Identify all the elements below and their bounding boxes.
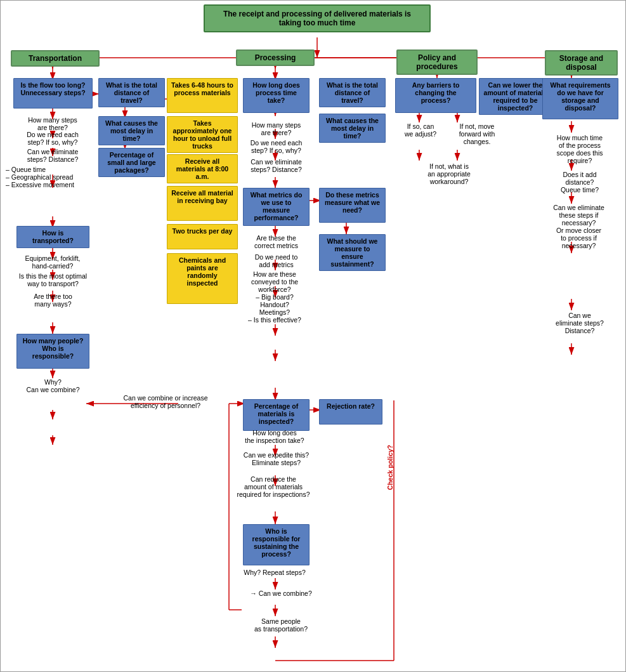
text-how-many-steps: How many stepsare there? [15, 116, 91, 131]
box-percentage-packages: Percentage of small and large packages? [98, 148, 165, 177]
text-too-many: Are there toomany ways? [13, 293, 93, 308]
box-causes-delay-transport: What causes the most delay in time? [98, 116, 165, 145]
text-how-conveyed: How are theseconveyed to theworkforce?– … [237, 270, 313, 324]
box-what-metrics: What metrics do we use to measure perfor… [243, 188, 310, 226]
text-how-many-steps-proc: How many stepsare there? [243, 121, 310, 136]
title-box: The receipt and processing of delivered … [204, 4, 431, 32]
text-reduce-materials: Can reduce theamount of materialsrequire… [229, 475, 318, 498]
box-any-barriers: Any barriers to changing the process? [395, 78, 476, 113]
text-can-eliminate-steps-storage: Can weeliminate steps?Distance? [538, 312, 621, 334]
text-do-we-need: Do we need eachstep? If so, why? [15, 131, 91, 146]
text-if-so-adjust: If so, canwe adjust? [395, 122, 446, 138]
text-add-metrics: Do we need toadd metrics [243, 253, 310, 268]
box-rejection-rate: Rejection rate? [319, 399, 382, 425]
text-expedite: Can we expedite this?Eliminate steps? [237, 451, 316, 466]
box-takes-one-hour: Takes approximately one hour to unload f… [167, 116, 238, 153]
box-receive-8am: Receive all materials at 8:00 a.m. [167, 154, 238, 183]
text-check-policy: Check policy? [386, 445, 399, 490]
text-equipment: Equipment, forklift,hand-carried? [15, 254, 91, 270]
box-takes-6-48: Takes 6-48 hours to process materials [167, 78, 238, 113]
text-can-eliminate-proc: Can we eliminatesteps? Distance? [243, 158, 310, 173]
section-transportation: Transportation [11, 50, 100, 67]
box-how-transported: How is transported? [16, 226, 89, 248]
box-how-long-process: How long does process time take? [243, 78, 310, 113]
text-optimal: Is this the most optimalway to transport… [7, 272, 99, 287]
text-queue-time: – Queue time– Geographical spread– Exces… [6, 166, 98, 188]
box-do-metrics: Do these metrics measure what we need? [319, 188, 386, 223]
text-can-combine-proc: → Can we combine? [243, 590, 319, 597]
diagram-container: The receipt and processing of delivered … [0, 0, 626, 672]
text-why-combine: Why?Can we combine? [13, 378, 93, 393]
box-receive-bay: Receive all material in receiving bay [167, 186, 238, 221]
text-can-eliminate: Can we eliminatesteps? Distance? [15, 148, 91, 163]
text-why-repeat: Why? Repeat steps? [237, 569, 313, 576]
text-how-much-time: How much timeof the processscope does th… [538, 134, 621, 164]
box-how-many-people: How many people? Who is responsible? [16, 334, 89, 369]
text-if-not-forward: If not, moveforward withchanges. [448, 122, 505, 145]
box-what-requirements: What requirements do we have for storage… [542, 78, 618, 119]
box-chemicals: Chemicals and paints are randomly inspec… [167, 253, 238, 304]
section-processing: Processing [236, 49, 315, 66]
text-how-long-inspection: How long doesthe inspection take? [237, 429, 313, 444]
text-same-people: Same peopleas transportation? [243, 617, 319, 633]
box-is-flow: Is the flow too long? Unnecessary steps? [13, 78, 93, 109]
text-correct-metrics: Are these thecorrect metrics [243, 234, 310, 249]
text-add-distance: Does it adddistance?Queue time? [538, 171, 621, 194]
box-total-distance-transport: What is the total distance of travel? [98, 78, 165, 107]
box-percentage-inspected: Percentage of materials is inspected? [243, 399, 310, 431]
text-combine-efficiency: Can we combine or increaseefficiency of … [93, 394, 238, 409]
box-who-responsible: Who is responsible for sustaining the pr… [243, 524, 310, 565]
box-total-distance-process: What is the total distance of travel? [319, 78, 386, 107]
box-two-trucks: Two trucks per day [167, 224, 238, 249]
box-what-should-measure: What should we measure to ensure sustain… [319, 234, 386, 271]
text-do-we-need-proc: Do we need eachstep? If so, why? [243, 139, 310, 154]
section-storage: Storage and disposal [545, 50, 618, 76]
box-causes-delay-process: What causes the most delay in time? [319, 114, 386, 143]
section-policy: Policy and procedures [396, 49, 478, 75]
text-can-eliminate-storage: Can we eliminatethese steps ifnecessary?… [536, 204, 622, 249]
text-if-not-workaround: If not, what isan appropriateworkaround? [395, 162, 503, 185]
box-lower-amount: Can we lower the amount of materials req… [479, 78, 552, 115]
title-text: The receipt and processing of delivered … [223, 10, 411, 27]
